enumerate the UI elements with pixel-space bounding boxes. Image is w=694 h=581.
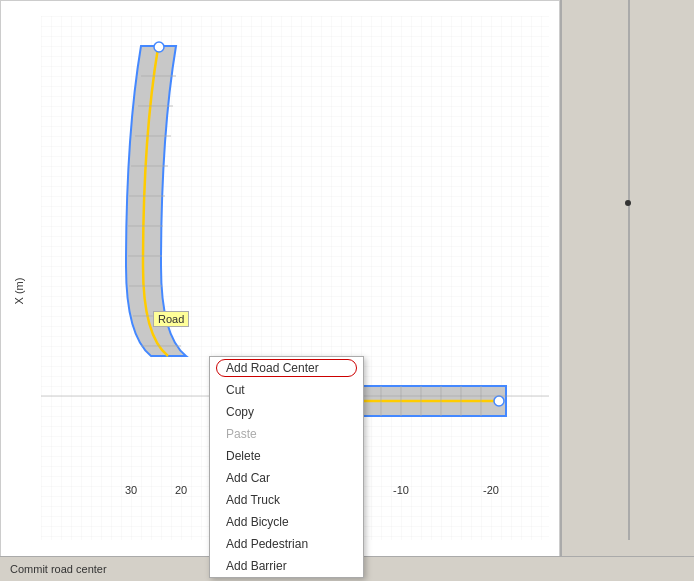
- svg-text:30: 30: [125, 484, 137, 496]
- context-menu-add-car[interactable]: Add Car: [210, 467, 363, 489]
- status-text: Commit road center: [10, 563, 107, 575]
- road-label: Road: [153, 311, 189, 327]
- context-menu-cut[interactable]: Cut: [210, 379, 363, 401]
- right-panel-divider: [628, 0, 630, 540]
- svg-point-2: [154, 42, 164, 52]
- svg-text:-20: -20: [483, 484, 499, 496]
- svg-text:-10: -10: [393, 484, 409, 496]
- context-menu: Add Road Center Cut Copy Paste Delete Ad…: [209, 356, 364, 578]
- context-menu-add-truck[interactable]: Add Truck: [210, 489, 363, 511]
- context-menu-copy[interactable]: Copy: [210, 401, 363, 423]
- right-panel: [560, 0, 694, 581]
- y-axis-label: X (m): [13, 277, 25, 304]
- context-menu-delete[interactable]: Delete: [210, 445, 363, 467]
- context-menu-add-pedestrian[interactable]: Add Pedestrian: [210, 533, 363, 555]
- scrollbar-marker: [625, 200, 631, 206]
- road-right: [361, 386, 506, 416]
- context-menu-add-barrier[interactable]: Add Barrier: [210, 555, 363, 577]
- context-menu-paste[interactable]: Paste: [210, 423, 363, 445]
- svg-point-14: [494, 396, 504, 406]
- plot-container: + - X (m): [0, 0, 560, 581]
- svg-text:20: 20: [175, 484, 187, 496]
- context-menu-add-road-center[interactable]: Add Road Center: [210, 357, 363, 379]
- context-menu-add-bicycle[interactable]: Add Bicycle: [210, 511, 363, 533]
